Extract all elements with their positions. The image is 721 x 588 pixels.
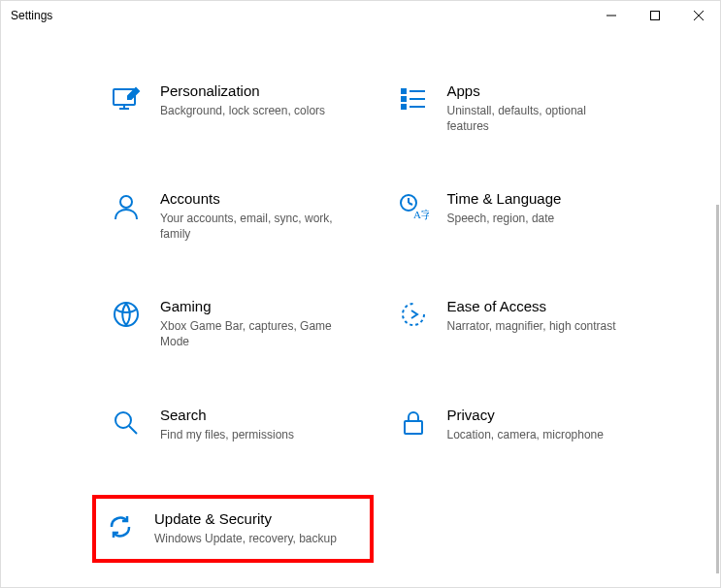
tile-label: Time & Language xyxy=(447,190,562,208)
svg-point-18 xyxy=(115,303,138,326)
time-language-icon: A字 xyxy=(397,190,430,223)
settings-grid: Personalization Background, lock screen,… xyxy=(108,79,652,563)
svg-rect-7 xyxy=(402,89,406,93)
tile-desc: Windows Update, recovery, backup xyxy=(154,532,337,547)
svg-rect-1 xyxy=(650,12,659,20)
privacy-icon xyxy=(397,407,430,440)
tile-label: Ease of Access xyxy=(447,298,616,315)
tile-update-security[interactable]: Update & Security Windows Update, recove… xyxy=(92,495,374,563)
minimize-icon xyxy=(606,11,616,20)
tile-desc: Uninstall, defaults, optional features xyxy=(447,104,632,134)
gaming-icon xyxy=(110,298,143,331)
ease-of-access-icon xyxy=(397,298,430,331)
scrollbar[interactable] xyxy=(716,205,719,573)
tile-desc: Location, camera, microphone xyxy=(447,428,604,443)
settings-window: Settings xyxy=(0,0,721,588)
accounts-icon xyxy=(110,190,143,223)
titlebar: Settings xyxy=(1,1,720,30)
tile-privacy[interactable]: Privacy Location, camera, microphone xyxy=(395,403,653,447)
tile-accounts[interactable]: Accounts Your accounts, email, sync, wor… xyxy=(108,186,366,245)
tile-gaming[interactable]: Gaming Xbox Game Bar, captures, Game Mod… xyxy=(108,294,366,353)
tile-desc: Narrator, magnifier, high contrast xyxy=(447,319,616,335)
tile-apps[interactable]: Apps Uninstall, defaults, optional featu… xyxy=(395,79,653,138)
svg-rect-8 xyxy=(402,97,406,101)
svg-text:A字: A字 xyxy=(413,209,429,220)
tile-search[interactable]: Search Find my files, permissions xyxy=(108,403,366,447)
tile-desc: Find my files, permissions xyxy=(160,428,294,443)
tile-label: Personalization xyxy=(160,82,325,100)
svg-line-20 xyxy=(129,426,137,434)
window-controls xyxy=(589,1,720,30)
tile-label: Apps xyxy=(447,82,632,100)
tile-label: Gaming xyxy=(160,298,344,315)
settings-content: Personalization Background, lock screen,… xyxy=(1,59,720,587)
search-icon xyxy=(110,407,143,440)
tile-label: Update & Security xyxy=(154,510,337,528)
close-button[interactable] xyxy=(676,1,720,30)
tile-desc: Your accounts, email, sync, work, family xyxy=(160,212,344,242)
tile-desc: Background, lock screen, colors xyxy=(160,104,325,119)
svg-line-16 xyxy=(409,203,412,205)
minimize-button[interactable] xyxy=(589,1,633,30)
tile-ease-of-access[interactable]: Ease of Access Narrator, magnifier, high… xyxy=(395,294,653,353)
svg-rect-21 xyxy=(405,421,422,434)
svg-rect-9 xyxy=(402,105,406,109)
maximize-icon xyxy=(650,11,660,20)
personalization-icon xyxy=(110,82,143,115)
tile-desc: Speech, region, date xyxy=(447,212,562,227)
svg-point-19 xyxy=(115,412,131,428)
svg-point-13 xyxy=(120,196,132,208)
tile-personalization[interactable]: Personalization Background, lock screen,… xyxy=(108,79,366,138)
maximize-button[interactable] xyxy=(633,1,676,30)
update-security-icon xyxy=(104,510,137,543)
tile-label: Search xyxy=(160,407,294,424)
apps-icon xyxy=(397,82,430,115)
tile-label: Accounts xyxy=(160,190,344,208)
tile-time-language[interactable]: A字 Time & Language Speech, region, date xyxy=(395,186,653,245)
window-title: Settings xyxy=(11,9,52,22)
tile-label: Privacy xyxy=(447,407,604,424)
tile-desc: Xbox Game Bar, captures, Game Mode xyxy=(160,319,344,349)
close-icon xyxy=(694,11,704,20)
